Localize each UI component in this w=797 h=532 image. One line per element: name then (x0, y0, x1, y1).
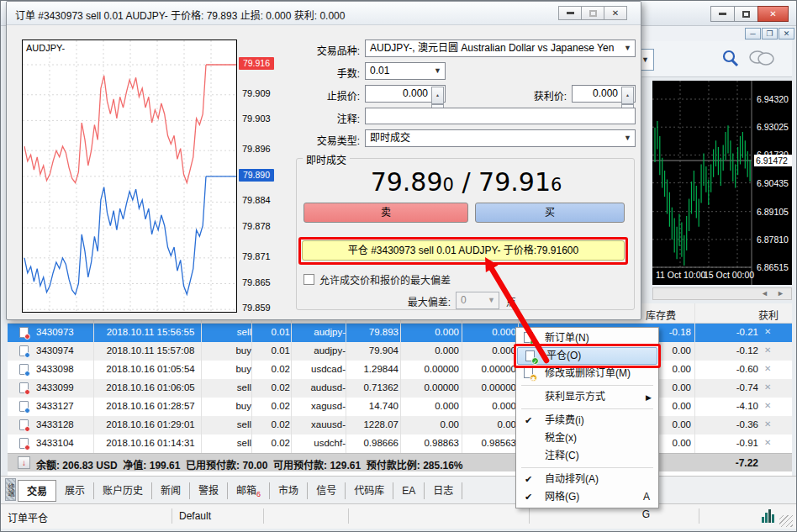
chart-date-label: 15 Oct 00:00 (704, 270, 754, 280)
status-separator (699, 508, 699, 524)
minimize-icon[interactable] (710, 6, 735, 22)
terminal-tabs: 交易展示账户历史新闻警报邮箱6市场信号代码库EA日志 (18, 480, 462, 502)
close-order-icon[interactable]: ✕ (764, 345, 771, 355)
cell-price: 14.740 (343, 401, 398, 411)
checkmark-icon: ✔ (525, 412, 532, 429)
search-icon[interactable] (720, 48, 742, 70)
cell-id: 3433128 (36, 419, 95, 429)
chart-minimize-icon[interactable]: ─ (745, 28, 761, 40)
order-type-select[interactable]: 即时成交▼ (365, 129, 636, 147)
menu-item-item7[interactable]: 税金(x) (516, 429, 658, 447)
scroll-right-icon[interactable]: ► (777, 289, 784, 298)
buy-dot-icon (24, 408, 30, 413)
menu-separator (521, 408, 653, 409)
menu-item-new-order[interactable]: +新订单(N)F9 (516, 329, 658, 347)
cell-profit: -0.60 (701, 364, 758, 374)
close-order-icon[interactable]: ✕ (764, 401, 771, 410)
cell-id: 3433127 (36, 401, 95, 411)
cell-lots: 0.02 (255, 364, 290, 374)
take-profit-input[interactable]: 0.000▲▼ (572, 85, 636, 103)
tab-账户历史[interactable]: 账户历史 (94, 482, 152, 499)
toolbar: ▼ (637, 41, 792, 77)
cell-time: 2018.10.16 01:14:31 (95, 438, 206, 448)
order-type-icon (19, 382, 29, 393)
close-order-icon[interactable]: ✕ (764, 327, 771, 336)
chart-restore-icon[interactable]: ❐ (762, 28, 778, 40)
sell-button[interactable]: 卖 (303, 203, 468, 223)
header-profit[interactable]: 获利 (718, 308, 779, 322)
cell-id: 3433104 (36, 438, 95, 448)
mt4-application-window: ✕ ─ ❐ ✕ ▼ 6.943206.930256.917306.904356.… (0, 0, 797, 532)
buy-button[interactable]: 买 (475, 203, 625, 223)
stop-loss-input[interactable]: 0.000▲▼ (365, 85, 446, 103)
dialog-close-icon[interactable]: ✕ (604, 6, 627, 20)
cell-profit: -0.91 (701, 438, 758, 448)
terminal-side-grip[interactable]: 终端 (5, 478, 16, 501)
tick-axis-label: 79.859 (242, 303, 279, 313)
menu-item-item11[interactable]: ✔网格(G)G (516, 488, 658, 506)
tab-展示[interactable]: 展示 (56, 482, 94, 499)
tab-邮箱[interactable]: 邮箱6 (228, 482, 270, 499)
volume-label: 手数: (259, 66, 360, 80)
chart-axis-label: 6.90435 (757, 178, 789, 188)
status-profile[interactable]: Default (179, 510, 211, 522)
table-gridline (400, 303, 401, 453)
cell-lots: 0.02 (255, 438, 290, 448)
scroll-left-icon[interactable]: ◄ (761, 289, 768, 298)
dialog-titlebar[interactable]: 订单 #3430973 sell 0.01 AUDJPY- 于价格: 79.89… (7, 2, 641, 25)
new-order-badge-icon: + (530, 339, 537, 346)
menu-item-close-order[interactable]: ✓平仓(O) (517, 347, 657, 365)
terminal-panel: 库存费 获利 34309732018.10.11 15:56:55sell0.0… (8, 303, 792, 476)
table-gridline (93, 303, 94, 453)
maximize-icon[interactable] (734, 6, 758, 22)
close-position-button[interactable]: 平仓 #3430973 sell 0.01 AUDJPY- 于价格:79.916… (302, 240, 625, 261)
menu-item-item6[interactable]: ✔手续费(i) (516, 412, 658, 429)
tab-信号[interactable]: 信号 (308, 482, 346, 499)
menu-item-item8[interactable]: 注释(C) (516, 447, 658, 465)
cell-symbol: audusd- (293, 382, 346, 392)
menu-item-item10[interactable]: ✔自动排列(A)A (516, 471, 658, 488)
close-order-icon[interactable]: ✕ (764, 364, 771, 373)
context-menu: +新订单(N)F9✓平仓(O)✱修改或删除订单(M)获利显示方式▶✔手续费(i)… (515, 327, 659, 508)
order-type-icon (19, 345, 29, 356)
tab-代码库[interactable]: 代码库 (346, 482, 393, 499)
usd-chart-panel[interactable]: 6.943206.930256.917306.904356.891056.878… (652, 81, 792, 285)
cell-sl: 0.000 (404, 401, 459, 411)
chart-close-icon[interactable]: ✕ (779, 28, 794, 40)
deviation-checkbox[interactable] (303, 274, 314, 285)
resize-grip[interactable] (779, 515, 793, 527)
tab-日志[interactable]: 日志 (425, 482, 462, 499)
cell-tp: 0.98563 (461, 438, 516, 448)
ticks-icon[interactable] (762, 509, 775, 523)
tab-交易[interactable]: 交易 (18, 480, 56, 502)
cell-type: sell (204, 419, 251, 429)
symbol-label: 交易品种: (259, 43, 360, 57)
comment-input[interactable] (365, 108, 636, 124)
cell-id: 3433098 (36, 364, 95, 374)
chat-icon[interactable] (748, 48, 775, 70)
chart-horizontal-scrollbar[interactable]: ◄ ► (652, 287, 792, 300)
balance-icon: ↓ (18, 456, 30, 469)
menu-item-modify-order[interactable]: ✱修改或删除订单(M) (516, 365, 658, 382)
close-icon[interactable]: ✕ (757, 6, 789, 22)
symbol-select[interactable]: AUDJPY-, 澳元日圆 Australian Dollar vs Japan… (365, 40, 636, 57)
tab-新闻[interactable]: 新闻 (152, 482, 190, 499)
dialog-maximize-icon (581, 6, 604, 20)
tab-EA[interactable]: EA (393, 482, 425, 499)
close-order-icon[interactable]: ✕ (764, 382, 771, 392)
menu-item-item4[interactable]: 获利显示方式▶ (516, 388, 658, 406)
cell-profit: -0.36 (701, 419, 758, 429)
close-order-icon[interactable]: ✕ (764, 438, 771, 447)
bid-price-badge: 79.890 (239, 169, 274, 182)
cell-symbol: xagusd- (293, 401, 346, 411)
cell-price: 1228.07 (343, 419, 398, 429)
volume-select[interactable]: 0.01▼ (365, 62, 446, 80)
dialog-minimize-icon[interactable] (558, 6, 582, 20)
tab-市场[interactable]: 市场 (270, 482, 308, 499)
execution-group-title: 即时成交 (303, 152, 350, 166)
close-order-icon[interactable]: ✕ (764, 419, 771, 429)
chart-date-label: 11 Oct 10:00 (656, 270, 705, 280)
cell-price: 79.893 (343, 327, 398, 337)
tab-警报[interactable]: 警报 (190, 482, 228, 499)
status-separator (529, 508, 530, 524)
